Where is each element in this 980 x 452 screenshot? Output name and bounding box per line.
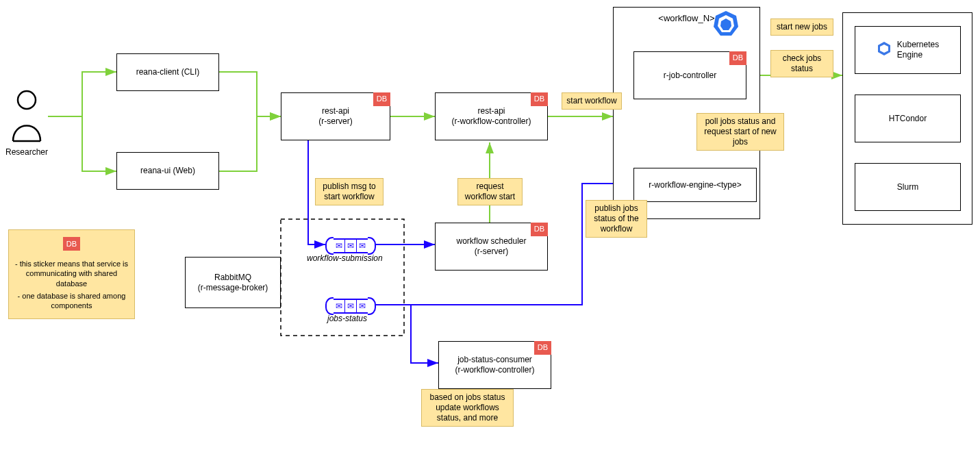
box-r-workflow-engine: r-workflow-engine-<type> <box>633 168 757 202</box>
db-badge: DB <box>373 92 390 106</box>
box-rest-api-server: rest-api (r-server) DB <box>281 92 390 140</box>
db-badge: DB <box>729 51 746 65</box>
box-k8s-engine: Kubernetes Engine <box>855 26 961 74</box>
box-r-job-controller: r-job-controller DB <box>633 51 746 99</box>
box-rabbitmq: RabbitMQ (r-message-broker) <box>185 257 281 308</box>
r-job-controller-label: r-job-controller <box>664 71 716 81</box>
legend-line2: - one database is shared among component… <box>14 291 129 311</box>
reana-client-label: reana-client (CLI) <box>136 67 200 77</box>
rabbitmq-l1: RabbitMQ <box>198 273 268 283</box>
box-workflow-scheduler: workflow scheduler (r-server) DB <box>435 223 548 271</box>
note-start-workflow: start workflow <box>562 92 622 110</box>
note-check-jobs: check jobs status <box>770 50 833 77</box>
note-poll-jobs: poll jobs status and request start of ne… <box>696 113 784 151</box>
rest-api-wfc-l2: (r-workflow-controller) <box>451 116 531 127</box>
box-reana-ui: reana-ui (Web) <box>116 152 219 190</box>
box-job-status-consumer: job-status-consumer (r-workflow-controll… <box>438 341 551 389</box>
researcher-icon <box>10 89 43 145</box>
htcondor-label: HTCondor <box>889 114 927 124</box>
box-reana-client: reana-client (CLI) <box>116 53 219 91</box>
wf-scheduler-l1: workflow scheduler <box>456 236 526 247</box>
db-badge: DB <box>63 237 80 251</box>
workflow-n-title: <workflow_N> <box>658 13 714 24</box>
kubernetes-icon <box>712 10 740 39</box>
svg-point-1 <box>18 91 36 109</box>
job-status-l1: job-status-consumer <box>455 355 534 365</box>
box-slurm: Slurm <box>855 163 961 211</box>
slurm-label: Slurm <box>897 182 918 192</box>
db-badge: DB <box>531 223 548 236</box>
queue-workflow-submission-label: workflow-submission <box>307 253 383 263</box>
box-htcondor: HTCondor <box>855 95 961 142</box>
db-badge: DB <box>534 341 551 355</box>
queue-workflow-submission: ✉✉✉ <box>325 237 376 255</box>
legend: DB - this sticker means that service is … <box>8 229 135 319</box>
r-workflow-engine-label: r-workflow-engine-<type> <box>649 180 741 190</box>
rest-api-server-l1: rest-api <box>318 106 352 116</box>
queue-jobs-status-label: jobs-status <box>327 314 367 323</box>
db-badge: DB <box>531 92 548 106</box>
note-publish-start: publish msg to start workflow <box>315 178 384 205</box>
legend-line1: - this sticker means that service is com… <box>14 259 129 288</box>
wf-scheduler-l2: (r-server) <box>456 247 526 257</box>
rest-api-server-l2: (r-server) <box>318 116 352 127</box>
note-start-new: start new jobs <box>770 18 833 36</box>
rest-api-wfc-l1: rest-api <box>451 106 531 116</box>
queue-jobs-status: ✉✉✉ <box>325 297 376 315</box>
job-status-l2: (r-workflow-controller) <box>455 365 534 375</box>
note-publish-jobs: publish jobs status of the workflow <box>586 200 647 238</box>
rabbitmq-l2: (r-message-broker) <box>198 283 268 293</box>
k8s-engine-l2: Engine <box>897 50 939 60</box>
note-request-start: request workflow start <box>457 178 523 205</box>
reana-ui-label: reana-ui (Web) <box>140 166 195 176</box>
gke-icon <box>877 41 892 59</box>
k8s-engine-l1: Kubernetes <box>897 40 939 50</box>
note-based-on: based on jobs status update workflows st… <box>421 389 514 427</box>
box-rest-api-wfc: rest-api (r-workflow-controller) DB <box>435 92 548 140</box>
researcher-label: Researcher <box>5 147 48 157</box>
